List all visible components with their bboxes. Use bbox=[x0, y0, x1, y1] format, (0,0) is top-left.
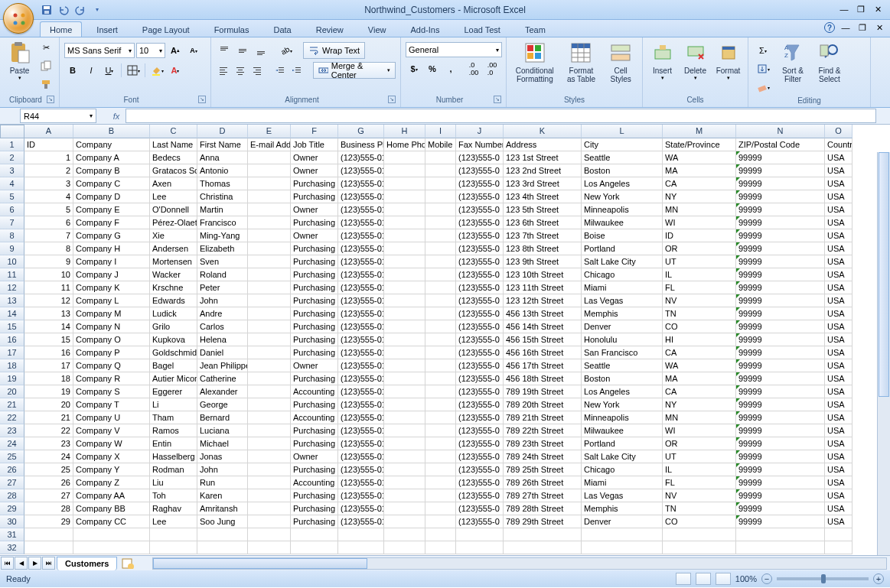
cell[interactable]: (123)555-0 bbox=[456, 320, 504, 333]
row-header[interactable]: 14 bbox=[0, 307, 24, 320]
cell[interactable] bbox=[504, 528, 582, 541]
cell[interactable]: (123)555-0 bbox=[456, 333, 504, 346]
cell[interactable]: (123)555-0100 bbox=[338, 216, 384, 229]
bold-button[interactable]: B bbox=[64, 62, 81, 79]
cell[interactable]: Karen bbox=[197, 489, 248, 502]
cell[interactable]: WA bbox=[663, 151, 736, 164]
cell[interactable]: Bedecs bbox=[150, 151, 197, 164]
fill-icon[interactable]: ▾ bbox=[753, 60, 773, 77]
cell[interactable]: Purchasing bbox=[291, 281, 338, 294]
col-header-H[interactable]: H bbox=[384, 125, 425, 138]
row-header[interactable]: 15 bbox=[0, 320, 24, 333]
alignment-dialog-launcher[interactable]: ↘ bbox=[388, 96, 396, 103]
cell[interactable] bbox=[425, 359, 456, 372]
cell[interactable]: ZIP/Postal Code bbox=[736, 138, 825, 151]
cell[interactable]: Pérez-Olaeta bbox=[150, 216, 197, 229]
cell[interactable]: (123)555-0 bbox=[456, 424, 504, 437]
col-header-L[interactable]: L bbox=[582, 125, 663, 138]
col-header-F[interactable]: F bbox=[291, 125, 338, 138]
cell[interactable]: (123)555-0100 bbox=[338, 359, 384, 372]
cell[interactable] bbox=[425, 398, 456, 411]
cell[interactable]: Tham bbox=[150, 411, 197, 424]
cell[interactable]: USA bbox=[825, 346, 853, 359]
cell[interactable]: 789 29th Street bbox=[504, 515, 582, 528]
row-header[interactable]: 28 bbox=[0, 489, 24, 502]
cell[interactable]: Company U bbox=[73, 411, 150, 424]
cell[interactable]: Purchasing bbox=[291, 424, 338, 437]
cell[interactable]: (123)555-0 bbox=[456, 294, 504, 307]
cell[interactable] bbox=[150, 528, 197, 541]
cell[interactable]: (123)555-0100 bbox=[338, 294, 384, 307]
cell[interactable]: USA bbox=[825, 294, 853, 307]
row-header[interactable]: 19 bbox=[0, 372, 24, 385]
cell[interactable] bbox=[456, 541, 504, 554]
row-header[interactable]: 4 bbox=[0, 177, 24, 190]
cell[interactable]: New York bbox=[582, 398, 663, 411]
col-header-N[interactable]: N bbox=[736, 125, 825, 138]
cell[interactable] bbox=[663, 528, 736, 541]
align-top-icon[interactable] bbox=[216, 42, 233, 59]
cell[interactable] bbox=[425, 320, 456, 333]
cell[interactable]: (123)555-0 bbox=[456, 476, 504, 489]
orientation-icon[interactable]: ab▾ bbox=[277, 42, 294, 59]
office-button[interactable] bbox=[3, 3, 34, 34]
cell[interactable]: Purchasing bbox=[291, 333, 338, 346]
minimize-button[interactable]: — bbox=[836, 3, 852, 15]
cell[interactable]: Purchasing bbox=[291, 177, 338, 190]
cell[interactable] bbox=[248, 294, 291, 307]
cell[interactable]: Company C bbox=[73, 177, 150, 190]
cell[interactable]: Mortensen bbox=[150, 255, 197, 268]
paste-button[interactable]: Paste ▾ bbox=[5, 39, 34, 81]
cell[interactable]: 99999 bbox=[736, 203, 825, 216]
cell[interactable]: Purchasing bbox=[291, 502, 338, 515]
cell[interactable]: 789 23th Street bbox=[504, 437, 582, 450]
cell[interactable]: (123)555-0 bbox=[456, 151, 504, 164]
cell[interactable] bbox=[248, 216, 291, 229]
tab-insert[interactable]: Insert bbox=[86, 21, 128, 37]
cell[interactable] bbox=[384, 255, 425, 268]
cell[interactable] bbox=[736, 528, 825, 541]
increase-decimal-icon[interactable]: .0.00 bbox=[465, 60, 482, 77]
cell[interactable]: 123 4th Street bbox=[504, 190, 582, 203]
cell[interactable]: 28 bbox=[24, 502, 73, 515]
cell[interactable]: 17 bbox=[24, 359, 73, 372]
cell[interactable]: (123)555-0 bbox=[456, 177, 504, 190]
cell[interactable] bbox=[248, 281, 291, 294]
cell[interactable] bbox=[425, 164, 456, 177]
col-header-D[interactable]: D bbox=[197, 125, 248, 138]
cell[interactable] bbox=[425, 242, 456, 255]
cell[interactable]: 20 bbox=[24, 398, 73, 411]
row-header[interactable]: 11 bbox=[0, 268, 24, 281]
cell[interactable] bbox=[384, 216, 425, 229]
cell[interactable]: 2 bbox=[24, 164, 73, 177]
row-header[interactable]: 31 bbox=[0, 528, 24, 541]
cell[interactable]: Memphis bbox=[582, 307, 663, 320]
cell[interactable]: Company BB bbox=[73, 502, 150, 515]
cell[interactable]: (123)555-0 bbox=[456, 255, 504, 268]
redo-icon[interactable] bbox=[73, 3, 87, 17]
cell[interactable]: (123)555-0100 bbox=[338, 515, 384, 528]
cell[interactable]: (123)555-0 bbox=[456, 281, 504, 294]
cell[interactable]: 99999 bbox=[736, 476, 825, 489]
cell[interactable]: 99999 bbox=[736, 307, 825, 320]
comma-format-icon[interactable]: , bbox=[442, 60, 459, 77]
cell[interactable] bbox=[384, 320, 425, 333]
cell[interactable]: MN bbox=[663, 411, 736, 424]
tab-data[interactable]: Data bbox=[263, 21, 301, 37]
cell[interactable]: Owner bbox=[291, 359, 338, 372]
help-icon[interactable]: ? bbox=[824, 22, 835, 33]
align-left-icon[interactable] bbox=[216, 62, 231, 79]
row-header[interactable]: 1 bbox=[0, 138, 24, 151]
cell[interactable]: Company K bbox=[73, 281, 150, 294]
ribbon-close-button[interactable]: ✕ bbox=[873, 21, 885, 34]
cell[interactable]: ID bbox=[24, 138, 73, 151]
cell[interactable]: USA bbox=[825, 359, 853, 372]
cell[interactable]: 123 3rd Street bbox=[504, 177, 582, 190]
cell[interactable]: (123)555-0 bbox=[456, 515, 504, 528]
cell[interactable]: (123)555-0100 bbox=[338, 463, 384, 476]
cell[interactable]: Catherine bbox=[197, 372, 248, 385]
cell[interactable]: 456 17th Street bbox=[504, 359, 582, 372]
cell[interactable]: 789 20th Street bbox=[504, 398, 582, 411]
cell[interactable]: (123)555-0100 bbox=[338, 346, 384, 359]
cell[interactable]: Las Vegas bbox=[582, 294, 663, 307]
